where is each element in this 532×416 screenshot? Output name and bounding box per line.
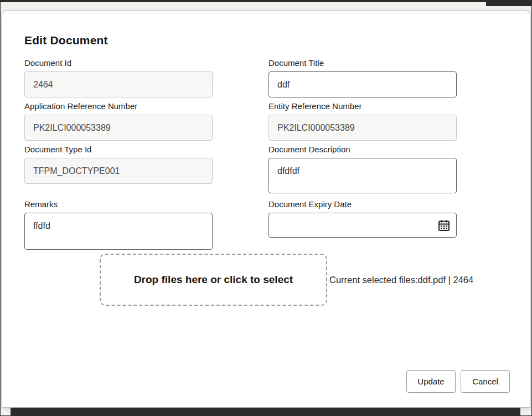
document-expiry-date-input[interactable] (268, 213, 457, 238)
document-description-label: Document Description (268, 145, 457, 154)
remarks-textarea[interactable]: ffdfd (24, 213, 213, 250)
file-upload-row: Drop files here or click to select Curre… (24, 254, 508, 306)
application-reference-number-label: Application Reference Number (24, 101, 213, 111)
background-page-bottom-bar (11, 408, 520, 415)
field-document-title: Document Title (268, 58, 457, 97)
document-type-id-input (24, 158, 213, 184)
calendar-icon (437, 219, 451, 232)
field-document-type-id: Document Type Id (24, 145, 213, 184)
update-button[interactable]: Update (406, 370, 456, 393)
modal-footer-buttons: Update Cancel (406, 370, 510, 393)
field-application-reference-number: Application Reference Number (24, 101, 213, 141)
document-type-id-label: Document Type Id (24, 145, 213, 154)
document-title-input[interactable] (268, 71, 457, 97)
document-expiry-date-label: Document Expiry Date (268, 199, 457, 209)
edit-document-modal: Edit Document Document Id Document Title… (2, 11, 530, 408)
entity-reference-number-label: Entity Reference Number (268, 101, 457, 111)
document-id-input (24, 71, 213, 97)
file-dropzone[interactable]: Drop files here or click to select (100, 254, 327, 306)
cancel-button[interactable]: Cancel (461, 370, 510, 393)
entity-reference-number-input (268, 115, 457, 141)
background-page-top-right-bar (486, 1, 531, 6)
page-title: Edit Document (24, 34, 508, 47)
field-document-expiry-date: Document Expiry Date (268, 199, 457, 238)
document-expiry-date-wrap (268, 213, 457, 238)
dropzone-label: Drop files here or click to select (134, 274, 293, 286)
calendar-picker-button[interactable] (437, 218, 451, 233)
field-document-id: Document Id (24, 58, 213, 97)
document-description-textarea[interactable]: dfdfdf (268, 158, 457, 193)
field-entity-reference-number: Entity Reference Number (268, 101, 457, 141)
field-remarks: Remarks ffdfd (24, 199, 213, 252)
remarks-label: Remarks (24, 199, 213, 209)
document-id-label: Document Id (24, 58, 213, 68)
document-title-label: Document Title (268, 58, 457, 68)
screen: Edit Document Document Id Document Title… (0, 0, 532, 416)
field-document-description: Document Description dfdfdf (268, 145, 457, 196)
application-reference-number-input (24, 115, 213, 141)
background-page-top-bar (1, 1, 531, 2)
selected-files-text: Current selected files:ddf.pdf | 2464 (329, 275, 473, 285)
edit-document-form: Document Id Document Title Application R… (24, 58, 508, 252)
